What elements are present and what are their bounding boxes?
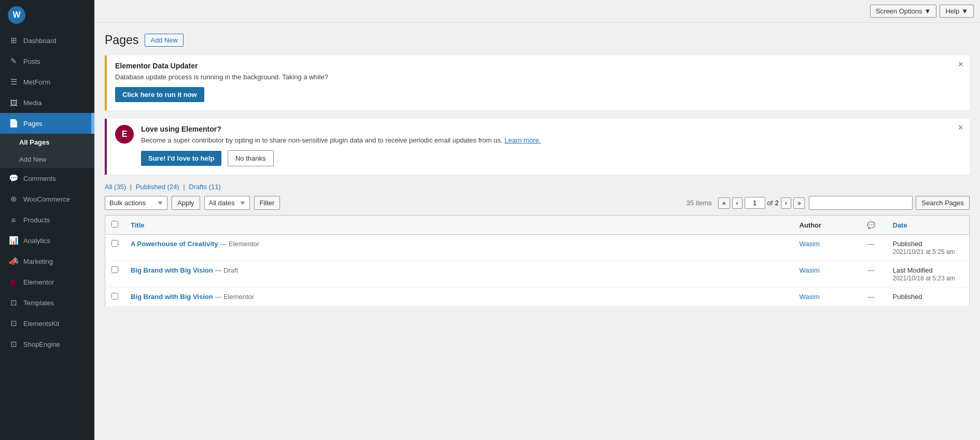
- notice2-close-button[interactable]: ×: [958, 123, 963, 132]
- table-body: A Powerhouse of Creativity — Elementor W…: [105, 235, 970, 307]
- last-page-button[interactable]: »: [793, 197, 805, 209]
- published-filter-link[interactable]: Published (24): [136, 183, 181, 191]
- sidebar: W ⊞ Dashboard ✎ Posts ☰ MetForm 🖼 Media …: [0, 0, 94, 440]
- row2-comments-value: —: [867, 266, 874, 274]
- sidebar-item-add-new-page[interactable]: Add New: [0, 151, 94, 168]
- pages-icon: 📄: [8, 118, 19, 129]
- elementor-updater-notice: × Elementor Data Updater Database update…: [105, 55, 970, 110]
- table-row: A Powerhouse of Creativity — Elementor W…: [105, 235, 970, 261]
- screen-options-button[interactable]: Screen Options ▼: [870, 5, 936, 18]
- add-new-button[interactable]: Add New: [145, 34, 184, 47]
- sidebar-item-media[interactable]: 🖼 Media: [0, 92, 94, 113]
- first-page-button[interactable]: «: [718, 197, 730, 209]
- sidebar-item-all-pages[interactable]: All Pages: [0, 134, 94, 151]
- select-all-col: [105, 216, 125, 235]
- sidebar-item-products[interactable]: ≡ Products: [0, 209, 94, 230]
- topbar: Screen Options ▼ Help ▼: [94, 0, 980, 23]
- all-filter-link[interactable]: All (35): [105, 183, 128, 191]
- author-col-header: Author: [793, 216, 856, 235]
- sidebar-item-label: Dashboard: [23, 37, 57, 45]
- select-all-checkbox[interactable]: [111, 221, 118, 228]
- date-filter-select[interactable]: All dates: [204, 196, 250, 210]
- sidebar-item-shopengine[interactable]: ⊡ ShopEngine: [0, 334, 94, 354]
- analytics-icon: 📊: [8, 235, 19, 246]
- sidebar-item-templates[interactable]: ⊡ Templates: [0, 292, 94, 313]
- row1-author-link[interactable]: Wasim: [800, 240, 820, 248]
- main-content: Screen Options ▼ Help ▼ Pages Add New × …: [94, 0, 980, 440]
- next-page-button[interactable]: ›: [781, 197, 791, 209]
- products-icon: ≡: [8, 214, 19, 225]
- row3-date-cell: Published: [887, 288, 970, 307]
- sidebar-item-comments[interactable]: 💬 Comments: [0, 168, 94, 189]
- search-input[interactable]: [809, 196, 913, 210]
- row1-comments-value: —: [867, 240, 874, 248]
- row1-status: — Elementor: [220, 240, 259, 248]
- sidebar-item-elementskit[interactable]: ⊡ ElementsKit: [0, 313, 94, 334]
- row3-author-cell: Wasim: [793, 288, 856, 307]
- row2-author-link[interactable]: Wasim: [800, 266, 820, 274]
- love-help-button[interactable]: Sure! I'd love to help: [141, 151, 221, 166]
- screen-options-label: Screen Options: [876, 7, 922, 15]
- notice1-close-button[interactable]: ×: [958, 60, 963, 69]
- sidebar-item-woocommerce[interactable]: ⊛ WooCommerce: [0, 189, 94, 209]
- row3-title-cell: Big Brand with Big Vision — Elementor: [124, 288, 793, 307]
- drafts-filter-link[interactable]: Drafts (11): [189, 183, 220, 191]
- row2-checkbox[interactable]: [111, 266, 118, 273]
- notice2-content-row: E Love using Elementor? Become a super c…: [115, 125, 961, 166]
- filter-button[interactable]: Filter: [254, 196, 281, 210]
- sidebar-item-label: ElementsKit: [23, 320, 59, 328]
- row3-checkbox[interactable]: [111, 293, 118, 300]
- sidebar-item-metform[interactable]: ☰ MetForm: [0, 72, 94, 92]
- table-header-row: Title Author 💬 Date: [105, 216, 970, 235]
- help-button[interactable]: Help ▼: [940, 5, 974, 18]
- pagination: 35 items « ‹ of 2 › »: [687, 197, 805, 209]
- elementor-love-notice: × E Love using Elementor? Become a super…: [105, 119, 970, 175]
- title-sort-link[interactable]: Title: [131, 221, 145, 229]
- posts-icon: ✎: [8, 55, 19, 67]
- prev-page-button[interactable]: ‹: [732, 197, 743, 209]
- row3-title-link[interactable]: Big Brand with Big Vision: [131, 293, 215, 301]
- shopengine-icon: ⊡: [8, 338, 19, 350]
- sidebar-item-elementor[interactable]: E Elementor: [0, 272, 94, 292]
- sidebar-item-label: Marketing: [23, 258, 53, 265]
- row1-title-cell: A Powerhouse of Creativity — Elementor: [124, 235, 793, 261]
- table-row: Big Brand with Big Vision — Elementor Wa…: [105, 288, 970, 307]
- sidebar-item-analytics[interactable]: 📊 Analytics: [0, 230, 94, 251]
- row1-title-link[interactable]: A Powerhouse of Creativity: [131, 240, 220, 248]
- search-pages-button[interactable]: Search Pages: [916, 196, 970, 210]
- page-title: Pages: [105, 33, 138, 47]
- run-now-button[interactable]: Click here to run it now: [115, 87, 204, 102]
- row2-title-link[interactable]: Big Brand with Big Vision: [131, 266, 215, 274]
- row3-comments-cell: —: [856, 288, 887, 307]
- title-col-header: Title: [124, 216, 793, 235]
- row3-author-link[interactable]: Wasim: [800, 293, 820, 301]
- row1-checkbox[interactable]: [111, 240, 118, 247]
- notice2-text-area: Love using Elementor? Become a super con…: [141, 125, 541, 166]
- screen-options-chevron-icon: ▼: [925, 7, 931, 15]
- row3-status: — Elementor: [215, 293, 254, 301]
- sidebar-item-label: WooCommerce: [23, 195, 70, 203]
- row1-checkbox-cell: [105, 235, 125, 261]
- row3-date-status: Published: [893, 293, 922, 301]
- sidebar-item-marketing[interactable]: 📣 Marketing: [0, 251, 94, 272]
- pages-submenu: All Pages Add New: [0, 134, 94, 168]
- actions-right: 35 items « ‹ of 2 › » Search Pages: [687, 196, 970, 210]
- sidebar-item-dashboard[interactable]: ⊞ Dashboard: [0, 30, 94, 51]
- sidebar-logo: W: [0, 0, 94, 30]
- no-thanks-button[interactable]: No thanks: [228, 150, 274, 166]
- media-icon: 🖼: [8, 97, 19, 108]
- sidebar-item-label: Posts: [23, 58, 40, 65]
- date-col-header: Date: [887, 216, 970, 235]
- sidebar-item-pages[interactable]: 📄 Pages: [0, 113, 94, 134]
- metform-icon: ☰: [8, 76, 19, 88]
- sidebar-item-label: Analytics: [23, 237, 50, 245]
- notice2-learn-more-link[interactable]: Learn more.: [505, 136, 541, 144]
- date-sort-link[interactable]: Date: [893, 221, 907, 229]
- search-area: Search Pages: [809, 196, 970, 210]
- current-page-input[interactable]: [745, 197, 765, 209]
- row1-author-cell: Wasim: [793, 235, 856, 261]
- bulk-actions-select[interactable]: Bulk actionsEditMove to Trash: [105, 196, 167, 210]
- sidebar-item-posts[interactable]: ✎ Posts: [0, 51, 94, 72]
- comments-col-header: 💬: [856, 216, 887, 235]
- apply-button[interactable]: Apply: [172, 196, 200, 210]
